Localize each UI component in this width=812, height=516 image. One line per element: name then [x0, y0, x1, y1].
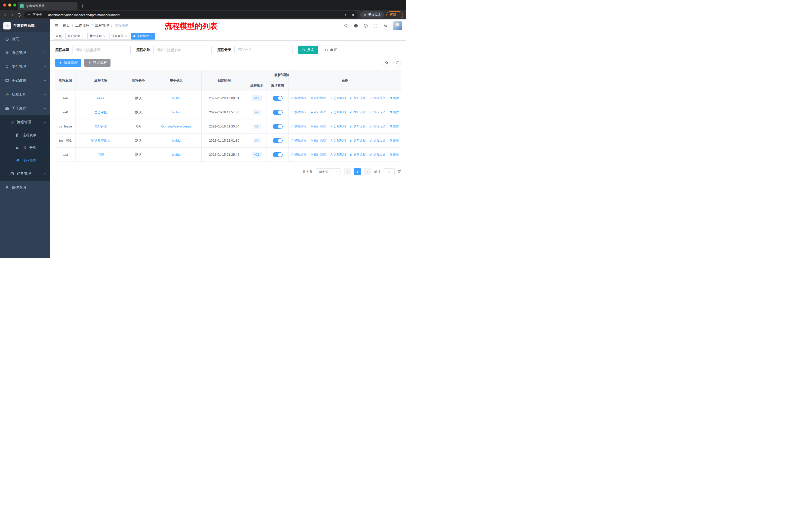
- publish-process-link[interactable]: 发布流程: [350, 96, 366, 100]
- current-page-button[interactable]: 1: [354, 168, 361, 175]
- tag-tenant[interactable]: 租户管理: [65, 33, 86, 39]
- process-definition-link[interactable]: 流程定义: [370, 138, 385, 143]
- tag-my-process[interactable]: 我的流程: [87, 33, 108, 39]
- tag-process-form[interactable]: 流程表单: [109, 33, 130, 39]
- password-key-icon[interactable]: [345, 13, 348, 17]
- minimize-window-button[interactable]: [8, 3, 11, 6]
- process-id-input[interactable]: [72, 46, 130, 54]
- process-definition-link[interactable]: 流程定义: [370, 110, 385, 114]
- browser-menu-icon[interactable]: [398, 13, 401, 17]
- import-process-button[interactable]: 导入流程: [84, 59, 111, 67]
- breadcrumb-workflow[interactable]: 工作流程: [75, 23, 89, 28]
- active-toggle[interactable]: [272, 110, 283, 115]
- form-info-link[interactable]: biubiu: [172, 96, 181, 100]
- process-name-link[interactable]: eeee: [97, 96, 105, 100]
- edit-process-link[interactable]: 修改流程: [290, 138, 306, 143]
- delete-process-link[interactable]: 删除: [389, 124, 399, 129]
- new-tab-icon[interactable]: [80, 4, 85, 8]
- sidebar-item-user-group[interactable]: 用户分组: [0, 142, 50, 154]
- bookmark-star-icon[interactable]: [351, 13, 355, 17]
- design-process-link[interactable]: 设计流程: [310, 138, 326, 143]
- sidebar-item-infra[interactable]: 基础设施: [0, 74, 50, 87]
- prev-page-button[interactable]: [344, 168, 351, 175]
- edit-process-link[interactable]: 修改流程: [290, 110, 306, 114]
- edit-process-link[interactable]: 修改流程: [290, 124, 306, 129]
- fullscreen-icon[interactable]: [373, 23, 378, 28]
- sidebar-item-system[interactable]: 系统管理: [0, 46, 50, 60]
- font-size-icon[interactable]: [383, 23, 388, 28]
- active-toggle[interactable]: [272, 138, 283, 143]
- github-icon[interactable]: [354, 23, 358, 28]
- delete-process-link[interactable]: 删除: [389, 110, 399, 114]
- goto-page-input[interactable]: [384, 168, 395, 175]
- tag-process-model[interactable]: 流程模型: [131, 33, 155, 39]
- reload-icon[interactable]: [17, 12, 22, 17]
- forward-icon[interactable]: [10, 12, 14, 17]
- process-name-link[interactable]: 滔博: [97, 153, 104, 157]
- delete-process-link[interactable]: 删除: [389, 153, 399, 157]
- sidebar-item-process-form[interactable]: 流程表单: [0, 129, 50, 142]
- close-icon[interactable]: [103, 35, 106, 37]
- address-bar[interactable]: 不安全 dashboard.yudao.iocoder.cn/bpm/manag…: [24, 11, 358, 19]
- sidebar-item-leave-query[interactable]: 请假查询: [0, 181, 50, 194]
- publish-process-link[interactable]: 发布流程: [350, 153, 366, 157]
- form-info-link[interactable]: biubiu: [172, 153, 181, 157]
- sidebar-item-workflow[interactable]: 工作流程: [0, 101, 50, 115]
- process-definition-link[interactable]: 流程定义: [370, 153, 385, 157]
- assign-rule-link[interactable]: 分配规则: [330, 96, 346, 100]
- tag-home[interactable]: 首页: [54, 33, 64, 39]
- active-toggle[interactable]: [272, 96, 283, 101]
- publish-process-link[interactable]: 发布流程: [350, 124, 366, 129]
- browser-tab[interactable]: 芋道管理系统: [18, 2, 78, 10]
- sidebar-item-task-mgmt[interactable]: 任务管理: [0, 167, 50, 181]
- design-process-link[interactable]: 设计流程: [310, 124, 326, 129]
- refresh-table-button[interactable]: [394, 59, 401, 66]
- process-name-link[interactable]: 自己审批: [94, 110, 107, 114]
- design-process-link[interactable]: 设计流程: [310, 153, 326, 157]
- user-avatar[interactable]: [393, 21, 402, 30]
- category-select[interactable]: 流程分类: [234, 46, 293, 54]
- process-definition-link[interactable]: 流程定义: [370, 124, 385, 129]
- tab-close-icon[interactable]: [72, 4, 75, 7]
- close-icon[interactable]: [125, 35, 127, 37]
- sidebar-item-payment[interactable]: 支付管理: [0, 60, 50, 74]
- edit-process-link[interactable]: 修改流程: [290, 153, 306, 157]
- delete-process-link[interactable]: 删除: [389, 96, 399, 100]
- active-toggle[interactable]: [272, 124, 283, 129]
- sidebar-item-home[interactable]: 首页: [0, 32, 50, 46]
- process-name-link[interactable]: 测试多审批人: [91, 139, 111, 142]
- assign-rule-link[interactable]: 分配规则: [330, 110, 346, 114]
- edit-process-link[interactable]: 修改流程: [290, 96, 306, 100]
- breadcrumb-process-mgmt[interactable]: 流程管理: [95, 23, 109, 28]
- hamburger-icon[interactable]: [54, 23, 59, 28]
- process-definition-link[interactable]: 流程定义: [370, 96, 385, 100]
- search-icon[interactable]: [344, 23, 348, 28]
- active-toggle[interactable]: [272, 152, 283, 157]
- sidebar-item-process-model[interactable]: 流程模型: [0, 154, 50, 167]
- close-icon[interactable]: [150, 35, 153, 37]
- publish-process-link[interactable]: 发布流程: [350, 138, 366, 143]
- breadcrumb-home[interactable]: 首页: [63, 23, 70, 28]
- process-name-input[interactable]: [153, 46, 212, 54]
- close-window-button[interactable]: [3, 3, 6, 6]
- close-icon[interactable]: [81, 35, 84, 37]
- help-icon[interactable]: [364, 23, 368, 28]
- process-name-link[interactable]: OA 请假: [95, 125, 107, 128]
- assign-rule-link[interactable]: 分配规则: [330, 124, 346, 129]
- assign-rule-link[interactable]: 分配规则: [330, 153, 346, 157]
- create-process-button[interactable]: 新建流程: [55, 59, 81, 67]
- design-process-link[interactable]: 设计流程: [310, 96, 326, 100]
- assign-rule-link[interactable]: 分配规则: [330, 138, 346, 143]
- browser-update-button[interactable]: 更新: [386, 11, 403, 19]
- show-search-button[interactable]: [383, 59, 390, 66]
- form-info-link[interactable]: biubiu: [172, 139, 181, 142]
- design-process-link[interactable]: 设计流程: [310, 110, 326, 114]
- form-info-link[interactable]: /bpm/oa/leave/create: [161, 125, 191, 128]
- form-info-link[interactable]: biubiu: [172, 110, 181, 114]
- reset-button[interactable]: 重置: [321, 46, 341, 54]
- tab-search-icon[interactable]: [400, 3, 403, 6]
- back-icon[interactable]: [3, 12, 7, 17]
- sidebar-item-devtools[interactable]: 研发工具: [0, 87, 50, 101]
- next-page-button[interactable]: [364, 168, 371, 175]
- sidebar-item-process-mgmt[interactable]: 流程管理: [0, 115, 50, 129]
